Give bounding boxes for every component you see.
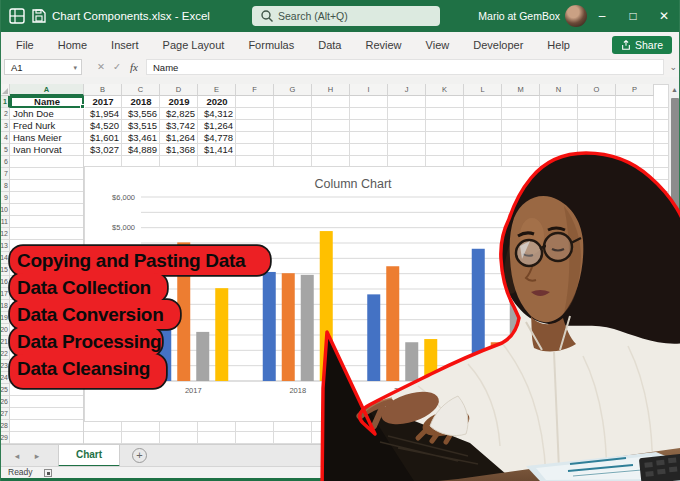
cell-B5[interactable]: $3,027 — [84, 144, 122, 156]
sheet-nav-left-icon[interactable]: ◂ — [8, 445, 26, 467]
ribbon-tab-data[interactable]: Data — [306, 32, 353, 58]
ribbon-tab-page-layout[interactable]: Page Layout — [151, 32, 237, 58]
selected-cell-outline — [10, 96, 84, 108]
sheet-nav-right-icon[interactable]: ▸ — [28, 445, 46, 467]
sheet-tab-chart[interactable]: Chart — [58, 445, 120, 467]
row-header-10[interactable]: 10 — [0, 204, 10, 216]
ribbon-tab-home[interactable]: Home — [46, 32, 99, 58]
services-banner: Copying and Pasting DataData CollectionD… — [8, 243, 280, 393]
save-icon[interactable] — [30, 7, 48, 25]
column-header-F[interactable]: F — [236, 84, 274, 96]
column-header-L[interactable]: L — [464, 84, 502, 96]
share-button[interactable]: Share — [612, 36, 672, 54]
cancel-icon[interactable]: ✕ — [94, 59, 108, 75]
row-header-28[interactable]: 28 — [0, 420, 10, 432]
scroll-up-icon[interactable]: ▲ — [669, 84, 680, 96]
ribbon-tab-view[interactable]: View — [414, 32, 462, 58]
ribbon-tab-formulas[interactable]: Formulas — [236, 32, 306, 58]
row-header-7[interactable]: 7 — [0, 168, 10, 180]
cell-E5[interactable]: $1,414 — [198, 144, 236, 156]
cell-A3[interactable]: Fred Nurk — [10, 120, 84, 132]
fill-handle[interactable] — [80, 104, 85, 109]
search-input[interactable]: Search (Alt+Q) — [252, 6, 440, 26]
column-header-A[interactable]: A — [10, 84, 84, 96]
column-header-I[interactable]: I — [350, 84, 388, 96]
row-header-11[interactable]: 11 — [0, 216, 10, 228]
bar-fred-nurk-2018[interactable] — [282, 273, 295, 381]
cell-reference: A1 — [11, 62, 23, 73]
enter-check-icon[interactable]: ✓ — [110, 59, 124, 75]
column-header-E[interactable]: E — [198, 84, 236, 96]
column-header-B[interactable]: B — [84, 84, 122, 96]
avatar[interactable] — [565, 5, 587, 27]
cell-A2[interactable]: John Doe — [10, 108, 84, 120]
cell-C4[interactable]: $3,461 — [122, 132, 160, 144]
column-header-N[interactable]: N — [540, 84, 578, 96]
cell-E4[interactable]: $4,778 — [198, 132, 236, 144]
cell-D4[interactable]: $1,264 — [160, 132, 198, 144]
row-header-1[interactable]: 1 — [0, 96, 10, 108]
add-sheet-button[interactable]: + — [132, 448, 147, 463]
cell-C1[interactable]: 2018 — [122, 96, 160, 108]
search-placeholder: Search (Alt+Q) — [278, 10, 348, 22]
banner-line-3: Data Conversion — [17, 301, 163, 329]
window-title: Chart Components.xlsx - Excel — [52, 0, 210, 32]
ribbon-tabs: FileHomeInsertPage LayoutFormulasDataRev… — [0, 32, 680, 58]
close-button[interactable]: ✕ — [650, 0, 678, 32]
column-header-H[interactable]: H — [312, 84, 350, 96]
row-header-29[interactable]: 29 — [0, 432, 10, 444]
cell-A5[interactable]: Ivan Horvat — [10, 144, 84, 156]
cell-B2[interactable]: $1,954 — [84, 108, 122, 120]
cell-D3[interactable]: $3,742 — [160, 120, 198, 132]
cell-D1[interactable]: 2019 — [160, 96, 198, 108]
minimize-button[interactable]: – — [588, 0, 616, 32]
ribbon-tab-file[interactable]: File — [4, 32, 46, 58]
cell-D2[interactable]: $2,825 — [160, 108, 198, 120]
account-name[interactable]: Mario at GemBox — [478, 0, 560, 32]
ribbon-tab-help[interactable]: Help — [535, 32, 582, 58]
row-header-9[interactable]: 9 — [0, 192, 10, 204]
column-header-O[interactable]: O — [578, 84, 616, 96]
ribbon-tab-review[interactable]: Review — [353, 32, 413, 58]
column-header-K[interactable]: K — [426, 84, 464, 96]
cell-A4[interactable]: Hans Meier — [10, 132, 84, 144]
banner-line-2: Data Collection — [17, 274, 151, 302]
formula-input[interactable]: Name — [146, 59, 664, 75]
macro-record-icon[interactable] — [44, 469, 52, 477]
ribbon-tab-developer[interactable]: Developer — [461, 32, 535, 58]
formula-bar-expand-icon[interactable]: ⌄ — [669, 59, 677, 75]
cell-E3[interactable]: $1,264 — [198, 120, 236, 132]
row-header-5[interactable]: 5 — [0, 144, 10, 156]
row-header-26[interactable]: 26 — [0, 396, 10, 408]
column-header-M[interactable]: M — [502, 84, 540, 96]
maximize-button[interactable]: □ — [619, 0, 647, 32]
column-header-P[interactable]: P — [616, 84, 654, 96]
status-mode: Ready — [8, 467, 33, 478]
ribbon-tab-insert[interactable]: Insert — [99, 32, 151, 58]
bar-hans-meier-2018[interactable] — [301, 275, 314, 381]
cell-C3[interactable]: $3,515 — [122, 120, 160, 132]
cell-C5[interactable]: $4,889 — [122, 144, 160, 156]
column-header-C[interactable]: C — [122, 84, 160, 96]
row-header-12[interactable]: 12 — [0, 228, 10, 240]
name-box[interactable]: A1 ▾ — [4, 59, 82, 75]
cell-D5[interactable]: $1,368 — [160, 144, 198, 156]
cell-E1[interactable]: 2020 — [198, 96, 236, 108]
cell-C2[interactable]: $3,556 — [122, 108, 160, 120]
select-all-corner[interactable] — [0, 84, 10, 96]
row-header-27[interactable]: 27 — [0, 408, 10, 420]
column-header-G[interactable]: G — [274, 84, 312, 96]
name-box-dropdown-icon[interactable]: ▾ — [73, 60, 77, 76]
cell-B3[interactable]: $4,520 — [84, 120, 122, 132]
column-header-D[interactable]: D — [160, 84, 198, 96]
row-header-6[interactable]: 6 — [0, 156, 10, 168]
row-header-8[interactable]: 8 — [0, 180, 10, 192]
insert-function-icon[interactable]: fx — [127, 59, 141, 75]
row-header-3[interactable]: 3 — [0, 120, 10, 132]
row-header-2[interactable]: 2 — [0, 108, 10, 120]
row-header-4[interactable]: 4 — [0, 132, 10, 144]
cell-E2[interactable]: $4,312 — [198, 108, 236, 120]
cell-B4[interactable]: $1,601 — [84, 132, 122, 144]
column-header-J[interactable]: J — [388, 84, 426, 96]
cell-B1[interactable]: 2017 — [84, 96, 122, 108]
